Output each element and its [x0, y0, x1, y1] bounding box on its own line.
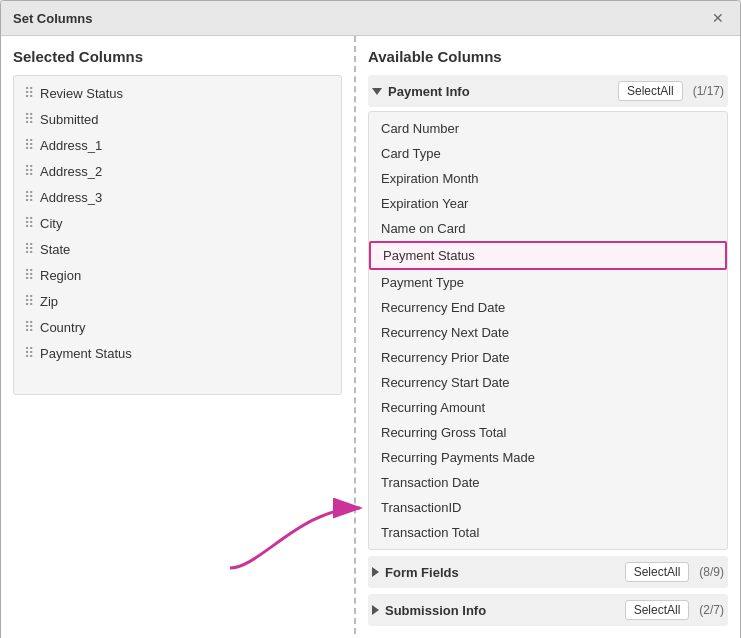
- section-count: (2/7): [699, 603, 724, 617]
- column-label: Region: [40, 268, 81, 283]
- available-column-item[interactable]: Recurrency Prior Date: [369, 345, 727, 370]
- available-column-item[interactable]: Card Type: [369, 141, 727, 166]
- section-count: (8/9): [699, 565, 724, 579]
- drag-handle-icon: [24, 293, 34, 309]
- column-label: Country: [40, 320, 86, 335]
- available-column-item[interactable]: Expiration Year: [369, 191, 727, 216]
- section-2: Submission InfoSelectAll(2/7): [368, 594, 728, 626]
- selected-column-item[interactable]: Address_3: [14, 184, 341, 210]
- select-all-button[interactable]: SelectAll: [625, 562, 690, 582]
- drag-handle-icon: [24, 267, 34, 283]
- drag-handle-icon: [24, 215, 34, 231]
- column-label: Payment Status: [40, 346, 132, 361]
- selected-column-item[interactable]: Address_1: [14, 132, 341, 158]
- select-all-button[interactable]: SelectAll: [618, 81, 683, 101]
- drag-handle-icon: [24, 241, 34, 257]
- column-label: City: [40, 216, 62, 231]
- set-columns-modal: Set Columns ✕ Selected Columns Review St…: [0, 0, 741, 638]
- drag-handle-icon: [24, 163, 34, 179]
- column-label: Address_2: [40, 164, 102, 179]
- expand-icon: [372, 567, 379, 577]
- section-count: (1/17): [693, 84, 724, 98]
- collapse-icon: [372, 88, 382, 95]
- selected-column-item[interactable]: Region: [14, 262, 341, 288]
- section-1: Form FieldsSelectAll(8/9): [368, 556, 728, 588]
- available-column-item[interactable]: Recurring Payments Made: [369, 445, 727, 470]
- close-button[interactable]: ✕: [708, 9, 728, 27]
- section-header[interactable]: Submission InfoSelectAll(2/7): [368, 594, 728, 626]
- selected-column-item[interactable]: Submitted: [14, 106, 341, 132]
- section-name: Submission Info: [385, 603, 619, 618]
- selected-column-item[interactable]: Review Status: [14, 80, 341, 106]
- available-column-item[interactable]: Recurrency End Date: [369, 295, 727, 320]
- available-column-item[interactable]: Payment Type: [369, 270, 727, 295]
- drag-handle-icon: [24, 137, 34, 153]
- modal-header: Set Columns ✕: [1, 1, 740, 36]
- available-column-item[interactable]: TransactionID: [369, 495, 727, 520]
- drag-handle-icon: [24, 345, 34, 361]
- available-column-item[interactable]: Transaction Date: [369, 470, 727, 495]
- column-label: Address_3: [40, 190, 102, 205]
- drag-handle-icon: [24, 111, 34, 127]
- selected-column-item[interactable]: Country: [14, 314, 341, 340]
- drag-handle-icon: [24, 189, 34, 205]
- section-header[interactable]: Payment InfoSelectAll(1/17): [368, 75, 728, 107]
- section-name: Payment Info: [388, 84, 612, 99]
- column-label: Zip: [40, 294, 58, 309]
- section-name: Form Fields: [385, 565, 619, 580]
- section-header[interactable]: Form FieldsSelectAll(8/9): [368, 556, 728, 588]
- column-label: Review Status: [40, 86, 123, 101]
- right-panel: Available Columns Payment InfoSelectAll(…: [356, 36, 740, 638]
- available-column-item[interactable]: Recurrency Start Date: [369, 370, 727, 395]
- available-column-item[interactable]: Payment Status: [369, 241, 727, 270]
- available-column-item[interactable]: Name on Card: [369, 216, 727, 241]
- selected-column-item[interactable]: State: [14, 236, 341, 262]
- expand-icon: [372, 605, 379, 615]
- available-column-item[interactable]: Recurrency Next Date: [369, 320, 727, 345]
- available-column-list: Card NumberCard TypeExpiration MonthExpi…: [368, 111, 728, 550]
- select-all-button[interactable]: SelectAll: [625, 600, 690, 620]
- selected-column-item[interactable]: Payment Status: [14, 340, 341, 366]
- selected-column-item[interactable]: Zip: [14, 288, 341, 314]
- section-0: Payment InfoSelectAll(1/17)Card NumberCa…: [368, 75, 728, 550]
- left-panel-title: Selected Columns: [13, 48, 342, 65]
- drag-handle-icon: [24, 85, 34, 101]
- selected-columns-list: Review StatusSubmittedAddress_1Address_2…: [13, 75, 342, 395]
- available-column-item[interactable]: Transaction Total: [369, 520, 727, 545]
- available-column-item[interactable]: Card Number: [369, 116, 727, 141]
- selected-column-item[interactable]: Address_2: [14, 158, 341, 184]
- right-panel-title: Available Columns: [368, 48, 728, 65]
- available-column-item[interactable]: Recurring Amount: [369, 395, 727, 420]
- column-label: Address_1: [40, 138, 102, 153]
- modal-title: Set Columns: [13, 11, 92, 26]
- column-label: Submitted: [40, 112, 99, 127]
- column-label: State: [40, 242, 70, 257]
- selected-column-item[interactable]: City: [14, 210, 341, 236]
- modal-body: Selected Columns Review StatusSubmittedA…: [1, 36, 740, 638]
- left-panel: Selected Columns Review StatusSubmittedA…: [1, 36, 356, 638]
- drag-handle-icon: [24, 319, 34, 335]
- available-column-item[interactable]: Recurring Gross Total: [369, 420, 727, 445]
- available-column-item[interactable]: Expiration Month: [369, 166, 727, 191]
- sections-container: Payment InfoSelectAll(1/17)Card NumberCa…: [368, 75, 728, 626]
